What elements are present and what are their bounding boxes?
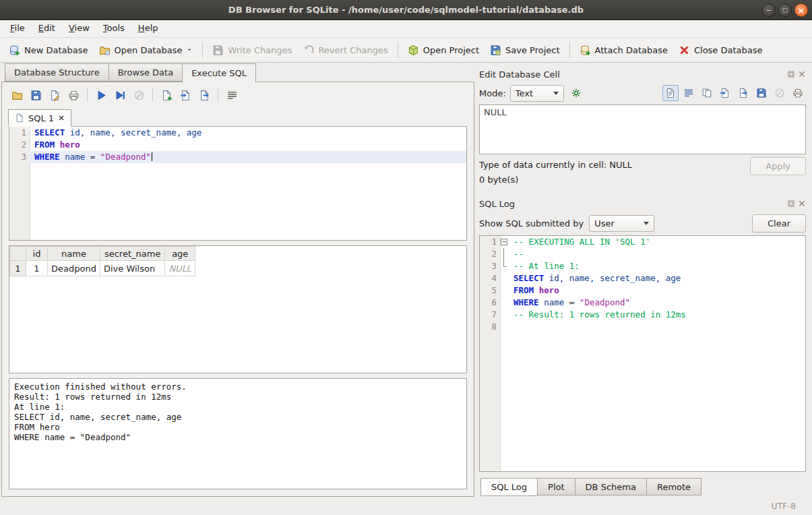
cell-editor[interactable]: NULL (479, 104, 806, 154)
open-sql-file-button[interactable] (9, 87, 25, 103)
import-sql-button[interactable] (177, 87, 193, 103)
toolbar-attach-database-button[interactable]: Attach Database (574, 41, 673, 59)
new-query-tab-button[interactable] (158, 87, 175, 103)
close-tab-button[interactable] (58, 115, 65, 121)
tab-database-structure[interactable]: Database Structure (5, 63, 109, 82)
toolbar-separator (569, 42, 570, 58)
cell-size-info: 0 byte(s) (479, 175, 806, 185)
window-maximize-button[interactable]: □ (778, 3, 792, 17)
titlebar: DB Browser for SQLite - /home/user/code/… (0, 0, 812, 20)
toolbar-close-database-button[interactable]: Close Database (673, 41, 768, 59)
menu-item-tools[interactable]: Tools (96, 20, 131, 37)
import-sql-icon (180, 90, 191, 101)
results-column-header-secret-name[interactable]: secret_name (100, 247, 164, 261)
save-sql-file-button[interactable] (28, 87, 44, 103)
open-sql-file-icon (11, 90, 23, 101)
dock-tab-remote[interactable]: Remote (646, 478, 701, 495)
sql-token: -- Result: 1 rows returned in 12ms (513, 309, 686, 320)
toolbar-button-label: Save Project (505, 45, 560, 55)
dock-tab-sql-log[interactable]: SQL Log (480, 478, 538, 496)
print-sql-button[interactable] (65, 87, 82, 103)
dropdown-arrow-icon (644, 222, 649, 225)
menu-item-edit[interactable]: Edit (32, 20, 62, 37)
menu-item-view[interactable]: View (62, 20, 96, 37)
word-wrap-cell-button[interactable] (681, 85, 697, 101)
clear-button[interactable]: Clear (752, 214, 806, 233)
text-mode-button[interactable] (662, 85, 679, 101)
new-query-tab-icon (161, 90, 173, 101)
auto-switch-mode-button[interactable] (568, 85, 584, 101)
results-cell[interactable]: Deadpond (48, 261, 100, 276)
sql-doc-tab[interactable]: SQL 1 (8, 109, 71, 127)
execute-current-line-icon (115, 90, 126, 101)
toolbar-new-database-button[interactable]: New Database (3, 41, 94, 59)
execution-status-line: WHERE name = "Deadpond" (14, 432, 462, 442)
results-cell[interactable]: NULL (165, 261, 195, 276)
sql-toolbar (2, 82, 474, 108)
open-database-icon (99, 44, 111, 56)
word-wrap-button[interactable] (224, 87, 240, 103)
toolbar-revert-changes-button: Revert Changes (297, 41, 393, 59)
print-cell-button[interactable] (790, 85, 806, 101)
code-line: 2FROM hero (9, 139, 466, 151)
main-tab-bar: Database StructureBrowse DataExecute SQL (1, 63, 474, 82)
tab-execute-sql[interactable]: Execute SQL (182, 63, 256, 82)
tab-browse-data[interactable]: Browse Data (108, 63, 183, 82)
sql-token: WHERE (513, 297, 539, 307)
sql-doc-tab-label: SQL 1 (28, 113, 54, 123)
results-grid: idnamesecret_nameage 11DeadpondDive Wils… (9, 245, 467, 373)
mode-select[interactable]: Text (510, 85, 564, 102)
sql-log-view[interactable]: 1-- EXECUTING ALL IN 'SQL 1'2--3-- At li… (479, 235, 806, 472)
results-cell[interactable]: 1 (26, 261, 48, 276)
dock-tab-plot[interactable]: Plot (537, 478, 575, 495)
open-project-icon (408, 44, 419, 56)
toolbar-button-label: Write Changes (228, 45, 292, 55)
print-cell-icon (792, 88, 803, 98)
sql-token: id, name, secret_name, age (544, 273, 681, 283)
edit-cell-header: Edit Database Cell (479, 67, 806, 82)
toolbar-save-project-button[interactable]: Save Project (485, 41, 565, 59)
save-cell-as-button[interactable] (753, 85, 770, 101)
sql-editor[interactable]: 1SELECT id, name, secret_name, age2FROM … (9, 126, 467, 241)
sql-token: name (539, 297, 565, 307)
export-sql-button[interactable] (196, 87, 212, 103)
log-filter-select[interactable]: User (589, 215, 654, 232)
results-row-header[interactable]: 1 (10, 261, 26, 276)
execute-current-line-button[interactable] (112, 87, 128, 103)
line-number: 7 (480, 309, 500, 321)
toolbar-open-database-button[interactable]: Open Database (94, 41, 199, 59)
results-column-header-age[interactable]: age (165, 247, 195, 261)
line-number: 1 (9, 127, 30, 139)
fold-marker[interactable] (500, 236, 509, 248)
results-header-row: idnamesecret_nameage (10, 247, 195, 261)
results-column-header-id[interactable]: id (26, 247, 48, 261)
float-log-button[interactable] (787, 200, 795, 208)
window-minimize-button[interactable]: − (762, 3, 776, 17)
window-controls: −□× (762, 3, 808, 17)
menu-item-file[interactable]: File (3, 20, 32, 37)
log-filter-label: Show SQL submitted by (479, 218, 584, 229)
results-cell[interactable]: Dive Wilson (100, 261, 164, 276)
close-panel-button[interactable] (798, 70, 806, 78)
export-file-button[interactable] (735, 85, 751, 101)
copy-cell-button[interactable] (699, 85, 715, 101)
dock-tab-db-schema[interactable]: DB Schema (575, 478, 647, 495)
save-sql-file-as-button[interactable] (46, 87, 63, 103)
fold-marker (500, 272, 509, 284)
log-filter-value: User (594, 218, 615, 229)
menu-item-help[interactable]: Help (131, 20, 165, 37)
window-close-button[interactable]: × (794, 3, 808, 17)
sql-log-filter-row: Show SQL submitted by User Clear (479, 211, 806, 235)
line-number: 4 (480, 272, 500, 284)
toolbar-open-project-button[interactable]: Open Project (402, 41, 485, 59)
float-panel-button[interactable] (787, 70, 795, 78)
statusbar: UTF-8 (0, 497, 812, 515)
close-log-button[interactable] (798, 200, 806, 208)
import-file-button[interactable] (717, 85, 733, 101)
execute-all-button[interactable] (93, 87, 109, 103)
results-column-header-name[interactable]: name (48, 247, 100, 261)
line-number: 3 (480, 260, 500, 272)
sql-token: hero (534, 285, 559, 295)
line-number: 2 (480, 248, 500, 260)
code-text: -- (509, 248, 805, 260)
